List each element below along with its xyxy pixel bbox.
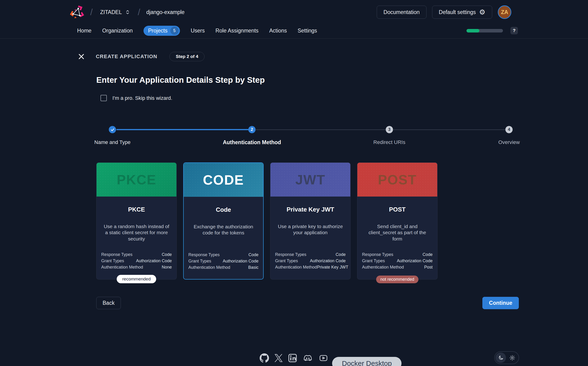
code-banner: CODE (184, 163, 263, 197)
stepper-connector (393, 130, 505, 130)
sun-icon (509, 355, 516, 361)
jwt-banner: JWT (270, 163, 350, 197)
back-button[interactable]: Back (96, 297, 121, 309)
github-icon[interactable] (260, 353, 269, 363)
breadcrumb-separator: / (90, 8, 93, 17)
wizard-kicker: CREATE APPLICATION (96, 53, 157, 60)
step-4-circle: 4 (505, 126, 513, 133)
theme-toggle (494, 351, 519, 364)
step-2-label: Authentication Method (223, 139, 281, 146)
card-details: Response TypesCode Grant TypesAuthorizat… (275, 252, 346, 270)
card-title: Private Key JWT (286, 206, 334, 213)
dark-mode-button[interactable] (496, 352, 506, 363)
stepper-connector (256, 130, 386, 130)
zitadel-logo[interactable] (70, 5, 84, 19)
card-details: Response TypesCode Grant TypesAuthorizat… (362, 252, 433, 270)
card-description: Use a random hash instead of a static cl… (103, 223, 170, 242)
discord-icon[interactable] (303, 353, 313, 363)
x-icon[interactable] (275, 354, 283, 362)
social-links (260, 353, 328, 363)
recommended-badge: recommended (117, 275, 156, 283)
page-title: Enter Your Application Details Step by S… (96, 75, 265, 85)
linkedin-icon[interactable] (288, 354, 297, 363)
post-banner: POST (357, 163, 437, 197)
card-details: Response TypesCode Grant TypesAuthorizat… (101, 252, 172, 270)
step-4-label: Overview (498, 139, 520, 145)
card-description: Exchange the authorization code for the … (190, 224, 257, 236)
moon-icon (498, 355, 504, 361)
step-3-circle: 3 (386, 126, 393, 133)
card-description: Send client_id and client_secret as part… (363, 223, 431, 242)
step-3-label: Redirect URIs (373, 139, 406, 145)
close-icon[interactable] (77, 52, 85, 61)
card-details: Response TypesCode Grant TypesAuthorizat… (188, 252, 258, 271)
zitadel-logo-icon (70, 5, 84, 19)
nav-item-home[interactable]: Home (77, 28, 91, 34)
auth-method-cards: PKCE PKCE Use a random hash instead of a… (96, 162, 437, 280)
auth-method-card-code[interactable]: CODE Code Exchange the authorization cod… (183, 162, 264, 280)
continue-button[interactable]: Continue (482, 297, 519, 309)
step-indicator-pill: Step 2 of 4 (169, 52, 204, 61)
step-1-circle (109, 126, 116, 133)
card-description: Use a private key to authorize your appl… (277, 223, 344, 236)
skip-wizard-label: I'm a pro. Skip this wizard. (113, 95, 172, 101)
zitadel-console: / ZITADEL / django-example Documentation (0, 0, 588, 366)
wizard-stepper: 2 3 4 Name and Type Authentication Metho… (96, 126, 519, 149)
not-recommended-badge: not recommended (376, 275, 418, 283)
auth-method-card-jwt[interactable]: JWT Private Key JWT Use a private key to… (270, 162, 351, 280)
auth-method-card-pkce[interactable]: PKCE PKCE Use a random hash instead of a… (96, 162, 177, 280)
card-title: Code (216, 206, 231, 214)
pkce-banner: PKCE (97, 163, 176, 197)
step-1-label: Name and Type (94, 139, 131, 145)
skip-wizard-checkbox[interactable] (100, 95, 107, 101)
card-title: PKCE (128, 206, 145, 213)
create-application-wizard: CREATE APPLICATION Step 2 of 4 Enter You… (96, 0, 519, 327)
youtube-icon[interactable] (318, 354, 328, 363)
step-2-circle: 2 (249, 126, 256, 133)
docker-desktop-button[interactable]: Docker Desktop (332, 357, 401, 366)
card-title: POST (389, 206, 406, 213)
light-mode-button[interactable] (506, 354, 519, 361)
auth-method-card-post[interactable]: POST POST Send client_id and client_secr… (357, 162, 437, 280)
check-icon (110, 127, 115, 132)
stepper-connector-done (116, 129, 249, 130)
